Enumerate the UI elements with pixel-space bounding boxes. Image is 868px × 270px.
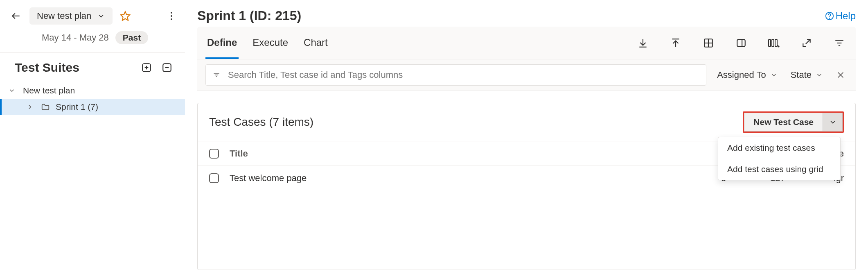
select-all-checkbox[interactable] (209, 149, 230, 159)
filter-icon (834, 38, 845, 48)
svg-point-3 (171, 15, 172, 17)
help-label: Help (836, 10, 856, 22)
svg-line-24 (806, 39, 810, 44)
cell-title: Test welcome page (230, 173, 721, 184)
upload-icon (670, 38, 681, 48)
clear-filters-button[interactable] (834, 70, 848, 79)
suites-header: Test Suites (0, 53, 185, 79)
fullscreen-button[interactable] (798, 35, 815, 51)
svg-rect-19 (737, 39, 745, 46)
new-test-case-dropdown: Add existing test cases Add test cases u… (718, 137, 841, 180)
search-input[interactable] (227, 69, 699, 81)
grid-view-button[interactable] (700, 35, 717, 51)
cases-header: Test Cases (7 items) New Test Case (198, 103, 855, 141)
sidebar-header: New test plan (0, 0, 185, 25)
svg-rect-23 (775, 39, 777, 47)
test-cases-panel: Test Cases (7 items) New Test Case Add e… (197, 103, 856, 270)
collapse-all-button[interactable] (160, 60, 174, 75)
tree-item-label: New test plan (23, 86, 75, 95)
sidebar: New test plan May 14 - May 28 Past Test … (0, 0, 185, 270)
tab-define[interactable]: Define (205, 27, 239, 59)
new-test-case-dropdown-toggle[interactable] (823, 113, 843, 132)
status-badge: Past (115, 31, 148, 44)
grid-icon (703, 38, 714, 48)
add-suite-button[interactable] (139, 60, 154, 75)
search-box[interactable] (205, 64, 706, 86)
tree-item-label: Sprint 1 (7) (56, 102, 98, 112)
search-row: Assigned To State (197, 59, 856, 91)
svg-point-11 (829, 18, 830, 18)
dropdown-add-grid[interactable]: Add test cases using grid (718, 159, 840, 180)
new-test-case-button[interactable]: New Test Case (744, 113, 823, 132)
more-menu-button[interactable] (166, 9, 177, 23)
export-button[interactable] (635, 35, 651, 51)
svg-marker-1 (121, 11, 130, 20)
import-button[interactable] (667, 35, 684, 51)
test-plan-selector[interactable]: New test plan (29, 7, 113, 25)
side-panel-button[interactable] (733, 35, 749, 51)
row-checkbox[interactable] (209, 173, 230, 183)
page-title: Sprint 1 (ID: 215) (197, 8, 825, 23)
test-plan-name: New test plan (37, 11, 91, 21)
svg-point-2 (171, 12, 172, 14)
toolbar (635, 35, 848, 51)
column-options-button[interactable] (766, 35, 782, 51)
filter-button[interactable] (831, 35, 848, 51)
plan-date-range: May 14 - May 28 (42, 32, 109, 43)
help-link[interactable]: Help (825, 10, 856, 22)
chevron-down-icon (829, 118, 837, 126)
filter-assigned-to[interactable]: Assigned To (715, 70, 780, 80)
tabs: Define Execute Chart (205, 27, 329, 59)
panel-icon (736, 38, 746, 48)
suite-tree: New test plan Sprint 1 (7) (0, 79, 185, 115)
dropdown-add-existing[interactable]: Add existing test cases (718, 137, 840, 159)
main-content: Sprint 1 (ID: 215) Help Define Execute C… (185, 0, 868, 270)
folder-icon (41, 102, 50, 111)
svg-rect-21 (769, 39, 771, 47)
favorite-star-icon[interactable] (120, 11, 131, 21)
new-test-case-group: New Test Case (743, 111, 844, 133)
chevron-down-icon (8, 87, 17, 94)
filter-label: Assigned To (717, 70, 766, 80)
filter-state[interactable]: State (788, 70, 825, 80)
chevron-down-icon (770, 71, 778, 79)
filter-label: State (791, 70, 812, 80)
tab-bar: Define Execute Chart (197, 27, 856, 59)
svg-point-4 (171, 18, 172, 20)
tab-chart[interactable]: Chart (302, 27, 329, 59)
svg-rect-22 (772, 39, 774, 47)
tree-root-item[interactable]: New test plan (0, 82, 185, 99)
download-icon (638, 38, 648, 48)
columns-edit-icon (768, 38, 780, 48)
filter-lines-icon (212, 71, 221, 79)
chevron-right-icon (26, 103, 35, 111)
plan-date-row: May 14 - May 28 Past (0, 25, 185, 53)
cases-title: Test Cases (7 items) (209, 116, 743, 129)
title-row: Sprint 1 (ID: 215) Help (197, 0, 856, 27)
suites-title: Test Suites (15, 61, 133, 75)
expand-icon (801, 38, 812, 48)
back-button[interactable] (8, 9, 24, 23)
column-title[interactable]: Title (230, 148, 721, 159)
tab-execute[interactable]: Execute (251, 27, 290, 59)
chevron-down-icon (816, 71, 823, 79)
help-icon (825, 11, 834, 20)
close-icon (836, 70, 845, 79)
chevron-down-icon (97, 12, 105, 20)
tree-child-item[interactable]: Sprint 1 (7) (0, 99, 185, 115)
